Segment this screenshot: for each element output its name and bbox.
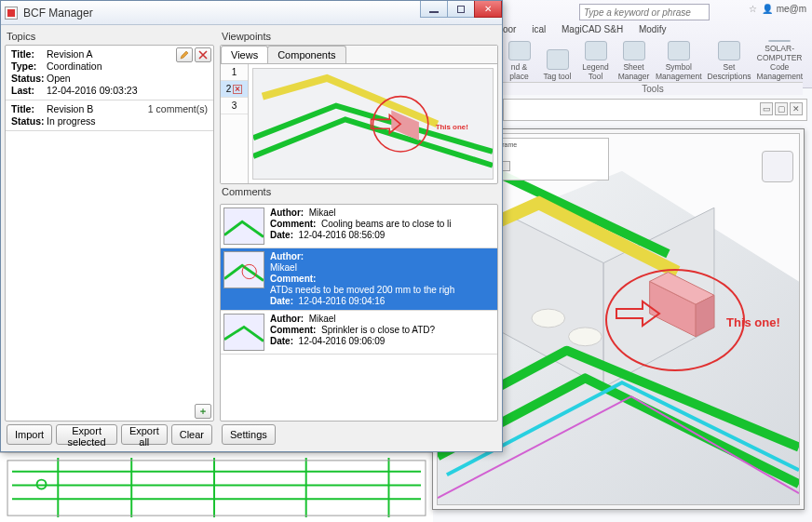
ribbon-tool[interactable]: Legend Tool [579,41,612,82]
comment-thumb [223,251,264,288]
ribbon-group-label: Tools [503,82,803,95]
maximize-button[interactable] [447,1,475,18]
svg-rect-16 [224,252,264,288]
nav-cube-icon[interactable] [762,151,793,182]
svg-rect-15 [224,208,264,244]
tab-views[interactable]: Views [221,46,268,63]
person-icon: 👤 [762,4,773,14]
topic-item[interactable]: 1 comment(s) Title:Revision B Status:In … [6,100,213,131]
svg-point-9 [532,309,565,328]
comment-thumb [223,207,264,245]
topics-header: Topics [7,31,212,42]
ribbon-tool[interactable]: Symbol Management [656,41,702,82]
settings-bar: Settings [220,422,498,448]
tool-icon [585,41,607,60]
minimize-button[interactable] [420,1,448,18]
window-title: BCF Manager [23,7,93,20]
export-all-button[interactable]: Export all [121,424,168,445]
clear-button[interactable]: Clear [171,424,212,445]
ribbon-tool[interactable]: Set Descriptions [708,41,751,82]
viewpoints-panel: Views Components 1 2 3 [220,45,498,184]
view-controls-bar: ▭ ▢ ✕ [503,99,807,121]
viewpoints-tabs: Views Components [221,46,497,64]
comment-item[interactable]: Author: Mikael Comment: Sprinkler is o c… [221,311,497,355]
star-icon: ☆ [749,4,757,14]
viewpoint-row[interactable]: 2 [221,81,248,98]
annotation-text: This one! [726,315,780,329]
search-input[interactable] [579,4,710,20]
comments-panel: Author: Mikael Comment: Cooling beams ar… [220,204,498,422]
delete-topic-button[interactable] [195,47,211,62]
viewpoint-row[interactable]: 3 [221,98,248,114]
import-button[interactable]: Import [7,424,52,445]
comment-item[interactable]: Author: Mikael Comment: Cooling beams ar… [221,205,497,248]
ribbon-tools: nd & place Tag tool Legend Tool Sheet Ma… [503,41,803,82]
svg-rect-0 [7,461,426,515]
tool-icon [718,41,740,60]
view-control-icon[interactable]: ▢ [775,102,788,115]
ribbon-tab-partial[interactable]: oor [503,24,516,34]
ribbon-tool[interactable]: Tag tool [541,41,574,82]
bottom-button-bar: Import Export selected Export all Clear [5,422,214,448]
comment-item[interactable]: Author: Mikael Comment: ATDs needs to be… [221,248,497,311]
export-selected-button[interactable]: Export selected [56,424,117,445]
viewpoints-header: Viewpoints [222,31,496,42]
viewpoint-preview[interactable]: This one! [252,68,494,180]
ribbon-tool[interactable]: nd & place [503,41,535,82]
tool-icon [508,41,531,60]
delete-viewpoint-icon[interactable] [233,85,242,94]
svg-rect-18 [224,315,264,350]
user-area[interactable]: ☆ 👤 me@m [748,4,806,14]
viewpoint-row[interactable]: 1 [221,64,248,81]
svg-point-1 [37,480,47,489]
add-topic-button[interactable]: ＋ [195,404,211,419]
tool-icon [623,41,645,60]
ribbon-tab[interactable]: MagiCAD S&H [562,24,623,34]
plan-view[interactable] [0,452,433,522]
app-icon [5,7,18,20]
ribbon-tabs[interactable]: oor ical MagiCAD S&H Modify [503,24,812,41]
ribbon-tab[interactable]: Modify [639,24,666,34]
comment-thumb [223,314,264,351]
comment-count: 1 comment(s) [148,103,208,115]
view-control-icon[interactable]: ▭ [760,102,773,115]
bcf-manager-window: BCF Manager ✕ Topics Title:Revisi [0,0,503,452]
ribbon-tool[interactable]: SOLAR-COMPUTER Code Management [756,41,803,82]
tool-icon [668,41,690,60]
close-button[interactable]: ✕ [474,1,502,18]
settings-button[interactable]: Settings [222,424,276,445]
annotation-arrow-icon [615,300,661,328]
user-label: me@m [777,4,806,14]
tool-icon [768,40,791,42]
viewpoint-list: 1 2 3 [221,64,249,183]
pencil-icon [180,50,189,60]
window-titlebar[interactable]: BCF Manager ✕ [1,1,502,25]
x-icon [198,50,208,60]
tool-icon [547,49,569,70]
ribbon-tool[interactable]: Sheet Manager [617,41,650,82]
ribbon-tab[interactable]: ical [532,24,546,34]
svg-point-10 [569,328,602,346]
topics-panel: Title:Revision A Type:Coordination Statu… [5,45,214,422]
view-control-icon[interactable]: ✕ [790,102,803,115]
edit-topic-button[interactable] [176,47,193,62]
comments-header: Comments [222,186,496,197]
svg-text:This one!: This one! [436,123,468,131]
tab-components[interactable]: Components [267,46,345,63]
